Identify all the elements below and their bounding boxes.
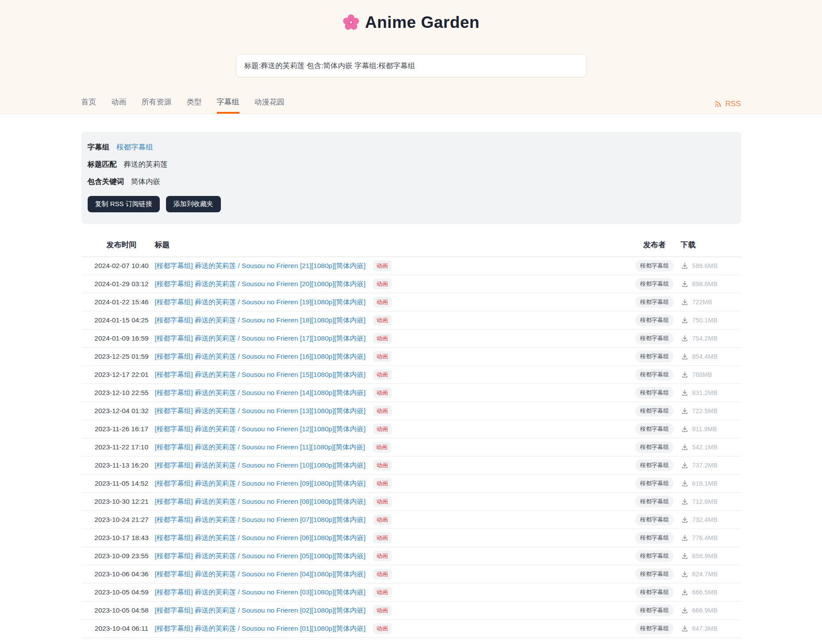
download-icon[interactable]: [681, 353, 689, 360]
category-badge[interactable]: 动画: [373, 605, 392, 616]
download-icon[interactable]: [681, 498, 689, 506]
download-icon[interactable]: [681, 371, 689, 379]
publisher-badge[interactable]: 桜都字幕组: [635, 605, 674, 616]
resource-title-link[interactable]: [桜都字幕组] 葬送的芙莉莲 / Sousou no Frieren [19][…: [155, 298, 366, 307]
category-badge[interactable]: 动画: [373, 279, 392, 289]
download-icon[interactable]: [681, 570, 689, 578]
category-badge[interactable]: 动画: [373, 387, 392, 398]
table-row: 2023-11-13 16:20 [桜都字幕组] 葬送的芙莉莲 / Sousou…: [81, 456, 741, 475]
resource-title-link[interactable]: [桜都字幕组] 葬送的芙莉莲 / Sousou no Frieren [05][…: [155, 552, 366, 561]
category-badge[interactable]: 动画: [373, 478, 392, 489]
category-badge[interactable]: 动画: [373, 297, 392, 307]
resource-title-link[interactable]: [桜都字幕组] 葬送的芙莉莲 / Sousou no Frieren [11][…: [155, 443, 365, 452]
publisher-badge[interactable]: 桜都字幕组: [635, 278, 674, 290]
category-badge[interactable]: 动画: [373, 460, 392, 471]
category-badge[interactable]: 动画: [373, 369, 392, 380]
publisher-badge[interactable]: 桜都字幕组: [635, 478, 674, 489]
nav-tab[interactable]: 首页: [81, 98, 96, 114]
category-badge[interactable]: 动画: [373, 551, 392, 561]
search-input[interactable]: [236, 54, 587, 77]
download-icon[interactable]: [681, 606, 689, 614]
resource-title-link[interactable]: [桜都字幕组] 葬送的芙莉莲 / Sousou no Frieren [16][…: [155, 352, 366, 361]
category-badge[interactable]: 动画: [373, 569, 392, 579]
download-icon[interactable]: [681, 443, 689, 451]
resource-title-link[interactable]: [桜都字幕组] 葬送的芙莉莲 / Sousou no Frieren [10][…: [155, 461, 366, 470]
category-badge[interactable]: 动画: [373, 623, 392, 634]
resource-title-link[interactable]: [桜都字幕组] 葬送的芙莉莲 / Sousou no Frieren [06][…: [155, 533, 366, 543]
nav-tab[interactable]: 动漫花园: [255, 98, 285, 114]
category-badge[interactable]: 动画: [373, 514, 392, 525]
nav-tab[interactable]: 动画: [112, 98, 127, 114]
resource-title-link[interactable]: [桜都字幕组] 葬送的芙莉莲 / Sousou no Frieren [02][…: [155, 606, 366, 615]
publisher-badge[interactable]: 桜都字幕组: [635, 314, 674, 326]
publisher-badge[interactable]: 桜都字幕组: [635, 514, 674, 525]
publisher-badge[interactable]: 桜都字幕组: [635, 441, 674, 453]
download-icon[interactable]: [681, 552, 689, 560]
resource-title-link[interactable]: [桜都字幕组] 葬送的芙莉莲 / Sousou no Frieren [14][…: [155, 388, 366, 398]
publisher-badge[interactable]: 桜都字幕组: [635, 369, 674, 380]
publisher-badge[interactable]: 桜都字幕组: [635, 586, 674, 598]
download-icon[interactable]: [681, 534, 689, 542]
resource-title-link[interactable]: [桜都字幕组] 葬送的芙莉莲 / Sousou no Frieren [15][…: [155, 370, 366, 380]
category-badge[interactable]: 动画: [373, 442, 391, 452]
download-icon[interactable]: [681, 316, 689, 324]
publisher-badge[interactable]: 桜都字幕组: [635, 405, 674, 417]
add-favorite-button[interactable]: 添加到收藏夹: [166, 196, 221, 212]
category-badge[interactable]: 动画: [373, 424, 392, 434]
row-title-cell: [桜都字幕组] 葬送的芙莉莲 / Sousou no Frieren [02][…: [155, 605, 629, 616]
nav-tab-label: 类型: [187, 98, 202, 106]
rss-link[interactable]: RSS: [714, 100, 741, 114]
publisher-badge[interactable]: 桜都字幕组: [635, 387, 674, 399]
category-badge[interactable]: 动画: [373, 315, 392, 326]
publisher-badge[interactable]: 桜都字幕组: [635, 260, 674, 272]
download-icon[interactable]: [681, 425, 689, 433]
download-icon[interactable]: [681, 479, 689, 487]
category-badge[interactable]: 动画: [373, 587, 392, 598]
publisher-badge[interactable]: 桜都字幕组: [635, 550, 674, 562]
copy-rss-button[interactable]: 复制 RSS 订阅链接: [88, 196, 160, 212]
download-icon[interactable]: [681, 298, 689, 306]
resource-title-link[interactable]: [桜都字幕组] 葬送的芙莉莲 / Sousou no Frieren [08][…: [155, 497, 366, 506]
nav-tab[interactable]: 类型: [187, 98, 202, 114]
download-icon[interactable]: [681, 407, 689, 415]
resource-title-link[interactable]: [桜都字幕组] 葬送的芙莉莲 / Sousou no Frieren [13][…: [155, 406, 366, 416]
resource-title-link[interactable]: [桜都字幕组] 葬送的芙莉莲 / Sousou no Frieren [21][…: [155, 261, 366, 271]
category-badge[interactable]: 动画: [373, 351, 392, 362]
publisher-badge[interactable]: 桜都字幕组: [635, 496, 674, 507]
download-icon[interactable]: [681, 461, 689, 469]
publisher-badge[interactable]: 桜都字幕组: [635, 460, 674, 471]
resource-title-link[interactable]: [桜都字幕组] 葬送的芙莉莲 / Sousou no Frieren [09][…: [155, 479, 366, 488]
download-icon[interactable]: [681, 625, 689, 632]
resource-title-link[interactable]: [桜都字幕组] 葬送的芙莉莲 / Sousou no Frieren [03][…: [155, 588, 366, 597]
publisher-badge[interactable]: 桜都字幕组: [635, 532, 674, 544]
publisher-badge[interactable]: 桜都字幕组: [635, 623, 674, 634]
download-icon[interactable]: [681, 280, 689, 288]
resource-title-link[interactable]: [桜都字幕组] 葬送的芙莉莲 / Sousou no Frieren [17][…: [155, 334, 366, 343]
download-icon[interactable]: [681, 334, 689, 342]
row-title-cell: [桜都字幕组] 葬送的芙莉莲 / Sousou no Frieren [11][…: [155, 442, 629, 452]
resource-title-link[interactable]: [桜都字幕组] 葬送的芙莉莲 / Sousou no Frieren [20][…: [155, 280, 366, 289]
resource-title-link[interactable]: [桜都字幕组] 葬送的芙莉莲 / Sousou no Frieren [07][…: [155, 515, 366, 525]
nav-tab[interactable]: 所有资源: [142, 98, 172, 114]
download-icon[interactable]: [681, 262, 689, 270]
resource-title-link[interactable]: [桜都字幕组] 葬送的芙莉莲 / Sousou no Frieren [01][…: [155, 624, 366, 633]
download-icon[interactable]: [681, 516, 689, 524]
nav-tab[interactable]: 字幕组: [217, 98, 239, 114]
publisher-badge[interactable]: 桜都字幕组: [635, 351, 674, 362]
resource-title-link[interactable]: [桜都字幕组] 葬送的芙莉莲 / Sousou no Frieren [12][…: [155, 425, 366, 434]
resource-title-link[interactable]: [桜都字幕组] 葬送的芙莉莲 / Sousou no Frieren [04][…: [155, 570, 366, 579]
publisher-badge[interactable]: 桜都字幕组: [635, 296, 674, 308]
download-icon[interactable]: [681, 588, 689, 596]
category-badge[interactable]: 动画: [373, 533, 392, 543]
category-badge[interactable]: 动画: [373, 496, 392, 507]
category-badge[interactable]: 动画: [373, 261, 392, 271]
rss-icon: [714, 100, 722, 108]
publisher-badge[interactable]: 桜都字幕组: [635, 568, 674, 580]
resource-title-link[interactable]: [桜都字幕组] 葬送的芙莉莲 / Sousou no Frieren [18][…: [155, 316, 366, 325]
publisher-badge[interactable]: 桜都字幕组: [635, 423, 674, 435]
publisher-badge[interactable]: 桜都字幕组: [635, 333, 674, 344]
row-download-cell: 732.4MB: [681, 516, 737, 524]
category-badge[interactable]: 动画: [373, 333, 392, 344]
category-badge[interactable]: 动画: [373, 406, 392, 416]
download-icon[interactable]: [681, 389, 689, 397]
